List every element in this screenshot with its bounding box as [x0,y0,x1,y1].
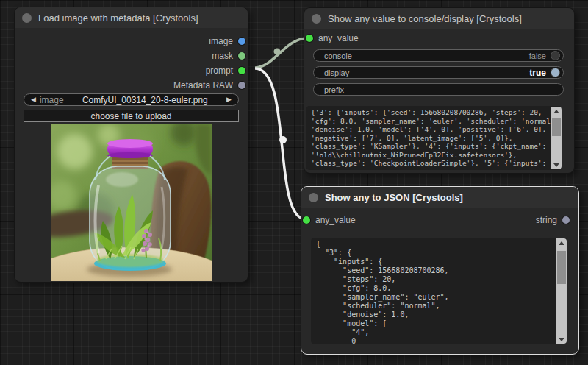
scroll-down-icon[interactable] [556,335,567,344]
slot-label: any_value [315,215,356,225]
scroll-up-icon[interactable] [556,238,567,247]
slot-label: any_value [318,33,359,43]
slot-label: prompt [206,65,233,76]
console-output-text: {'3': {'inputs': {'seed': 15668020870028… [306,106,562,170]
slot-label: image [209,36,233,46]
combo-value[interactable]: ComfyUI_00314_20-8-euler.png [64,95,226,105]
scrollbar-thumb[interactable] [552,118,561,136]
choose-file-button[interactable]: choose file to upload [24,110,239,122]
widget-label: console [324,52,352,60]
node-title: Load image with metadata [Crystools] [38,13,198,24]
combo-left-arrow-icon[interactable]: ◀ [31,96,36,103]
widget-value: true [529,68,546,78]
output-slot-image: image [209,34,245,49]
textarea-scrollbar[interactable] [556,238,567,344]
scroll-up-icon[interactable] [551,107,562,116]
link-midpoint-dot [274,49,281,55]
scroll-down-icon[interactable] [551,160,562,169]
node-titlebar[interactable]: Show any value to console/display [Cryst… [304,8,574,29]
input-slot-any-value: any_value [306,33,359,43]
combo-right-arrow-icon[interactable]: ▶ [226,96,232,103]
image-preview [51,124,212,281]
node-load-image-with-metadata[interactable]: Load image with metadata [Crystools] ima… [14,7,248,283]
combo-label: image [40,95,64,105]
link-midpoint-dot [279,136,287,143]
output-dot-mask[interactable] [238,52,245,60]
output-dot-image[interactable] [238,38,245,45]
link-prompt-to-json [255,68,306,219]
image-file-combo[interactable]: ◀ image ComfyUI_00314_20-8-euler.png ▶ [24,93,239,106]
node-show-any-to-json[interactable]: Show any to JSON [Crystools] any_value s… [301,186,579,355]
node-title: Show any value to console/display [Cryst… [328,13,522,24]
json-output-text: { "3": { "inputs": { "seed": 15668020870… [311,238,567,344]
scrollbar-thumb[interactable] [557,251,566,284]
console-output-textarea[interactable]: {'3': {'inputs': {'seed': 15668020870028… [306,106,562,170]
json-output-textarea[interactable]: { "3": { "inputs": { "seed": 15668020870… [311,238,567,344]
widget-value: false [529,52,546,60]
output-dot-string[interactable] [562,216,570,224]
slot-label: string [536,215,557,225]
collapse-dot[interactable] [309,193,318,202]
output-slots: image mask prompt Metadata RAW [173,34,245,93]
output-slot-mask: mask [212,49,245,63]
collapse-dot[interactable] [312,14,321,24]
slot-label: Metadata RAW [173,80,233,91]
node-show-any-value-console-display[interactable]: Show any value to console/display [Cryst… [304,7,575,174]
toggle-circle-icon[interactable] [551,68,560,77]
textarea-scrollbar[interactable] [551,107,562,169]
widget-label: display [324,68,349,77]
slot-label: mask [212,51,233,61]
console-toggle[interactable]: console false [313,49,564,62]
prefix-input[interactable]: prefix [313,83,564,96]
output-slot-prompt: prompt [206,63,245,78]
output-slot-metadata-raw: Metadata RAW [173,78,245,93]
input-dot-any-value[interactable] [306,35,313,42]
output-dot-metadata-raw[interactable] [238,82,245,89]
input-dot-any-value[interactable] [303,216,310,224]
collapse-dot[interactable] [22,13,32,23]
toggle-circle-icon[interactable] [551,51,560,60]
output-dot-prompt[interactable] [238,67,245,74]
widget-label: prefix [324,85,344,94]
display-toggle[interactable]: display true [313,66,564,79]
output-slot-string: string [536,215,570,225]
node-title: Show any to JSON [Crystools] [325,192,463,203]
node-titlebar[interactable]: Load image with metadata [Crystools] [15,7,248,28]
input-slot-any-value: any_value [303,215,356,225]
node-titlebar[interactable]: Show any to JSON [Crystools] [301,187,578,208]
link-prompt-to-console [255,38,307,68]
